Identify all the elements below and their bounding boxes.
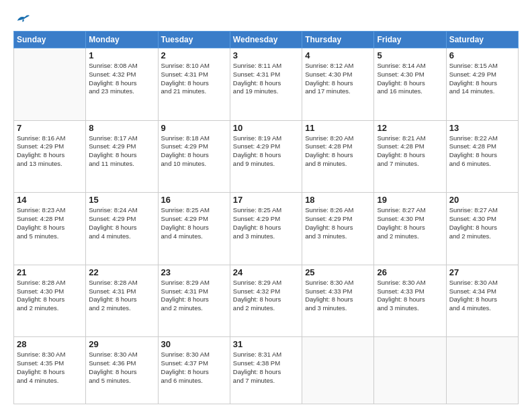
cell-info: Sunrise: 8:19 AMSunset: 4:29 PMDaylight:… <box>233 134 299 169</box>
calendar-cell: 6Sunrise: 8:15 AMSunset: 4:29 PMDaylight… <box>446 48 518 121</box>
calendar-cell: 23Sunrise: 8:29 AMSunset: 4:31 PMDayligh… <box>158 265 230 337</box>
cell-info: Sunrise: 8:30 AMSunset: 4:33 PMDaylight:… <box>305 279 371 313</box>
cell-info: Sunrise: 8:11 AMSunset: 4:31 PMDaylight:… <box>233 62 299 96</box>
calendar-cell: 20Sunrise: 8:27 AMSunset: 4:30 PMDayligh… <box>446 193 518 265</box>
calendar-cell: 15Sunrise: 8:24 AMSunset: 4:29 PMDayligh… <box>86 193 158 265</box>
calendar-week-row: 7Sunrise: 8:16 AMSunset: 4:29 PMDaylight… <box>14 120 519 193</box>
cell-info: Sunrise: 8:15 AMSunset: 4:29 PMDaylight:… <box>449 62 515 96</box>
cell-info: Sunrise: 8:24 AMSunset: 4:29 PMDaylight:… <box>89 206 154 240</box>
day-number: 19 <box>377 195 443 205</box>
calendar-cell: 30Sunrise: 8:30 AMSunset: 4:37 PMDayligh… <box>158 337 230 404</box>
calendar-cell: 19Sunrise: 8:27 AMSunset: 4:30 PMDayligh… <box>374 193 446 265</box>
day-number: 18 <box>305 195 371 205</box>
calendar-cell: 28Sunrise: 8:30 AMSunset: 4:35 PMDayligh… <box>14 337 86 404</box>
cell-info: Sunrise: 8:10 AMSunset: 4:31 PMDaylight:… <box>161 62 227 96</box>
day-number: 3 <box>233 50 299 60</box>
cell-info: Sunrise: 8:08 AMSunset: 4:32 PMDaylight:… <box>89 62 154 96</box>
day-number: 23 <box>161 267 227 277</box>
calendar-cell: 10Sunrise: 8:19 AMSunset: 4:29 PMDayligh… <box>230 120 302 193</box>
calendar-week-row: 21Sunrise: 8:28 AMSunset: 4:30 PMDayligh… <box>14 265 519 337</box>
calendar-day-header: Sunday <box>14 32 86 48</box>
day-number: 15 <box>89 195 154 205</box>
calendar-day-header: Thursday <box>302 32 374 48</box>
calendar-cell: 27Sunrise: 8:30 AMSunset: 4:34 PMDayligh… <box>446 265 518 337</box>
day-number: 10 <box>233 123 299 133</box>
cell-info: Sunrise: 8:20 AMSunset: 4:28 PMDaylight:… <box>305 134 371 169</box>
calendar-week-row: 28Sunrise: 8:30 AMSunset: 4:35 PMDayligh… <box>14 337 519 404</box>
day-number: 1 <box>89 50 154 60</box>
calendar-cell: 8Sunrise: 8:17 AMSunset: 4:29 PMDaylight… <box>86 120 158 193</box>
logo-bird-icon <box>15 12 30 24</box>
calendar-cell: 1Sunrise: 8:08 AMSunset: 4:32 PMDaylight… <box>86 48 158 121</box>
cell-info: Sunrise: 8:30 AMSunset: 4:33 PMDaylight:… <box>377 279 443 313</box>
calendar-cell: 22Sunrise: 8:28 AMSunset: 4:31 PMDayligh… <box>86 265 158 337</box>
cell-info: Sunrise: 8:28 AMSunset: 4:31 PMDaylight:… <box>89 279 154 313</box>
day-number: 25 <box>305 267 371 277</box>
day-number: 5 <box>377 50 443 60</box>
cell-info: Sunrise: 8:22 AMSunset: 4:28 PMDaylight:… <box>449 134 515 169</box>
calendar-cell: 26Sunrise: 8:30 AMSunset: 4:33 PMDayligh… <box>374 265 446 337</box>
day-number: 21 <box>17 267 83 277</box>
day-number: 30 <box>161 339 227 349</box>
logo <box>13 12 30 24</box>
cell-info: Sunrise: 8:16 AMSunset: 4:29 PMDaylight:… <box>17 134 83 169</box>
cell-info: Sunrise: 8:30 AMSunset: 4:34 PMDaylight:… <box>449 279 515 313</box>
day-number: 6 <box>449 50 515 60</box>
calendar-cell: 24Sunrise: 8:29 AMSunset: 4:32 PMDayligh… <box>230 265 302 337</box>
cell-info: Sunrise: 8:23 AMSunset: 4:28 PMDaylight:… <box>17 206 83 240</box>
calendar-cell <box>14 48 86 121</box>
calendar-cell: 16Sunrise: 8:25 AMSunset: 4:29 PMDayligh… <box>158 193 230 265</box>
day-number: 17 <box>233 195 299 205</box>
calendar-day-header: Monday <box>86 32 158 48</box>
calendar-cell <box>302 337 374 404</box>
cell-info: Sunrise: 8:21 AMSunset: 4:28 PMDaylight:… <box>377 134 443 169</box>
calendar-day-header: Saturday <box>446 32 518 48</box>
calendar-cell: 31Sunrise: 8:31 AMSunset: 4:38 PMDayligh… <box>230 337 302 404</box>
calendar-week-row: 14Sunrise: 8:23 AMSunset: 4:28 PMDayligh… <box>14 193 519 265</box>
calendar-cell: 25Sunrise: 8:30 AMSunset: 4:33 PMDayligh… <box>302 265 374 337</box>
cell-info: Sunrise: 8:14 AMSunset: 4:30 PMDaylight:… <box>377 62 443 96</box>
cell-info: Sunrise: 8:25 AMSunset: 4:29 PMDaylight:… <box>233 206 299 240</box>
calendar-cell: 2Sunrise: 8:10 AMSunset: 4:31 PMDaylight… <box>158 48 230 121</box>
day-number: 2 <box>161 50 227 60</box>
calendar-cell: 17Sunrise: 8:25 AMSunset: 4:29 PMDayligh… <box>230 193 302 265</box>
logo-text <box>13 12 30 24</box>
cell-info: Sunrise: 8:27 AMSunset: 4:30 PMDaylight:… <box>377 206 443 240</box>
cell-info: Sunrise: 8:27 AMSunset: 4:30 PMDaylight:… <box>449 206 515 240</box>
day-number: 12 <box>377 123 443 133</box>
day-number: 16 <box>161 195 227 205</box>
calendar-cell: 12Sunrise: 8:21 AMSunset: 4:28 PMDayligh… <box>374 120 446 193</box>
day-number: 22 <box>89 267 154 277</box>
calendar-cell: 29Sunrise: 8:30 AMSunset: 4:36 PMDayligh… <box>86 337 158 404</box>
cell-info: Sunrise: 8:26 AMSunset: 4:29 PMDaylight:… <box>305 206 371 240</box>
calendar-cell: 7Sunrise: 8:16 AMSunset: 4:29 PMDaylight… <box>14 120 86 193</box>
calendar-day-header: Wednesday <box>230 32 302 48</box>
cell-info: Sunrise: 8:18 AMSunset: 4:29 PMDaylight:… <box>161 134 227 169</box>
calendar-table: SundayMondayTuesdayWednesdayThursdayFrid… <box>13 31 519 404</box>
calendar-cell: 21Sunrise: 8:28 AMSunset: 4:30 PMDayligh… <box>14 265 86 337</box>
header <box>13 12 519 24</box>
day-number: 28 <box>17 339 83 349</box>
cell-info: Sunrise: 8:17 AMSunset: 4:29 PMDaylight:… <box>89 134 154 169</box>
day-number: 13 <box>449 123 515 133</box>
calendar-header-row: SundayMondayTuesdayWednesdayThursdayFrid… <box>14 32 519 48</box>
cell-info: Sunrise: 8:28 AMSunset: 4:30 PMDaylight:… <box>17 279 83 313</box>
calendar-cell: 14Sunrise: 8:23 AMSunset: 4:28 PMDayligh… <box>14 193 86 265</box>
day-number: 9 <box>161 123 227 133</box>
day-number: 26 <box>377 267 443 277</box>
cell-info: Sunrise: 8:30 AMSunset: 4:37 PMDaylight:… <box>161 351 227 385</box>
day-number: 8 <box>89 123 154 133</box>
calendar-day-header: Friday <box>374 32 446 48</box>
cell-info: Sunrise: 8:29 AMSunset: 4:31 PMDaylight:… <box>161 279 227 313</box>
calendar-cell: 5Sunrise: 8:14 AMSunset: 4:30 PMDaylight… <box>374 48 446 121</box>
day-number: 7 <box>17 123 83 133</box>
calendar-cell: 18Sunrise: 8:26 AMSunset: 4:29 PMDayligh… <box>302 193 374 265</box>
day-number: 27 <box>449 267 515 277</box>
cell-info: Sunrise: 8:12 AMSunset: 4:30 PMDaylight:… <box>305 62 371 96</box>
cell-info: Sunrise: 8:31 AMSunset: 4:38 PMDaylight:… <box>233 351 299 385</box>
calendar-week-row: 1Sunrise: 8:08 AMSunset: 4:32 PMDaylight… <box>14 48 519 121</box>
page: SundayMondayTuesdayWednesdayThursdayFrid… <box>0 0 532 411</box>
day-number: 24 <box>233 267 299 277</box>
day-number: 29 <box>89 339 154 349</box>
day-number: 31 <box>233 339 299 349</box>
